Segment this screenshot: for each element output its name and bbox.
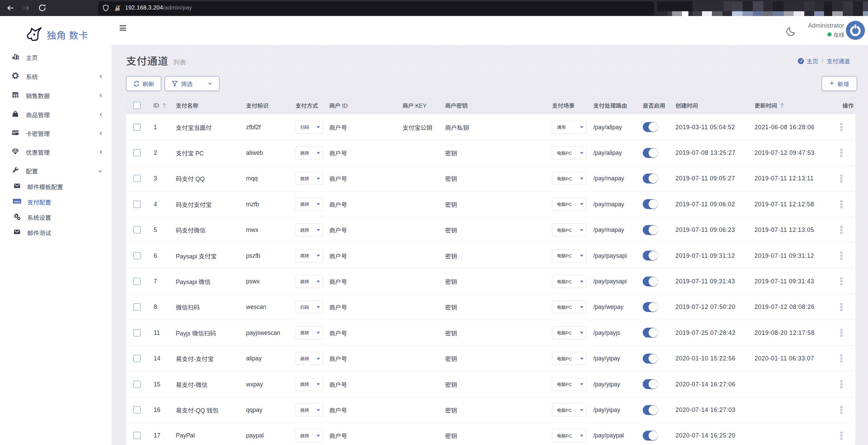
svg-text:VISA: VISA: [14, 200, 20, 203]
